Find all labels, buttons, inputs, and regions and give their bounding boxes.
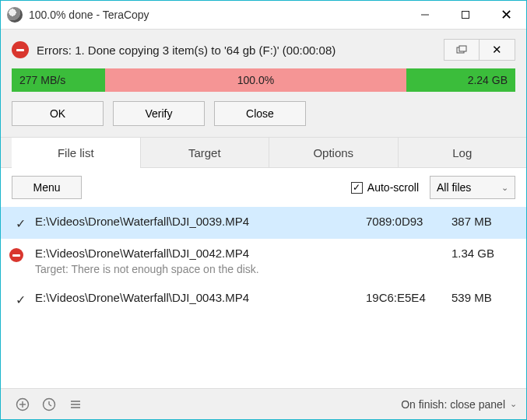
file-path: E:\Videos\Drone\Waterfall\DJI_0043.MP4: [35, 291, 360, 304]
file-list: E:\Videos\Drone\Waterfall\DJI_0039.MP4 7…: [1, 207, 526, 388]
ok-button[interactable]: OK: [12, 101, 104, 126]
verify-button[interactable]: Verify: [113, 101, 205, 126]
chevron-down-icon: ⌄: [501, 183, 508, 193]
file-row[interactable]: E:\Videos\Drone\Waterfall\DJI_0043.MP4 1…: [1, 283, 526, 315]
file-hash: 19C6:E5E4: [360, 291, 445, 304]
tab-filelist[interactable]: File list: [12, 138, 141, 169]
window-title: 100.0% done - TeraCopy: [29, 9, 405, 21]
progress-bar: 277 MB/s 100.0% 2.24 GB: [12, 68, 515, 92]
svg-rect-3: [459, 46, 466, 51]
app-icon: [7, 7, 23, 23]
add-button[interactable]: [10, 393, 35, 416]
chevron-down-icon: ⌄: [510, 399, 517, 409]
progress-speed: 277 MB/s: [12, 68, 105, 92]
file-row[interactable]: E:\Videos\Drone\Waterfall\DJI_0042.MP4 T…: [1, 239, 526, 283]
check-icon: [12, 291, 29, 307]
window-controls: ✕: [405, 1, 526, 29]
tab-bar: File list Target Options Log: [1, 137, 526, 168]
svg-line-9: [49, 404, 51, 406]
progress-total: 2.24 GB: [406, 68, 515, 92]
tab-options[interactable]: Options: [269, 138, 399, 168]
tab-log[interactable]: Log: [399, 138, 527, 168]
tab-spacer: [1, 138, 12, 168]
file-size: 539 MB: [445, 291, 515, 304]
filter-label: All files: [437, 181, 471, 194]
app-window: 100.0% done - TeraCopy ✕ Errors: 1. Done…: [0, 0, 527, 420]
filter-select[interactable]: All files ⌄: [430, 176, 515, 199]
titlebar: 100.0% done - TeraCopy ✕: [1, 1, 526, 29]
progress-percent: 100.0%: [105, 68, 406, 92]
file-path: E:\Videos\Drone\Waterfall\DJI_0039.MP4: [35, 215, 360, 228]
on-finish-label: On finish: close panel: [401, 398, 505, 411]
check-icon: [12, 215, 29, 231]
status-message: Errors: 1. Done copying 3 item(s) to '64…: [37, 44, 444, 57]
error-icon: [12, 41, 29, 58]
close-button[interactable]: Close: [214, 101, 306, 126]
file-size: 387 MB: [445, 215, 515, 228]
error-icon: [12, 247, 29, 262]
file-error-message: Target: There is not enough space on the…: [35, 263, 360, 275]
restore-panel-button[interactable]: [444, 39, 480, 61]
checkbox-icon: [351, 182, 363, 194]
menu-button[interactable]: Menu: [12, 176, 82, 199]
history-button[interactable]: [37, 393, 61, 416]
file-hash: 7089:0D93: [360, 215, 445, 228]
filelist-toolbar: Menu Auto-scroll All files ⌄: [1, 168, 526, 207]
action-buttons: OK Verify Close: [12, 101, 515, 126]
file-path: E:\Videos\Drone\Waterfall\DJI_0042.MP4: [35, 247, 360, 260]
close-window-button[interactable]: ✕: [486, 1, 526, 29]
tab-target[interactable]: Target: [141, 138, 270, 168]
svg-rect-1: [462, 12, 469, 19]
autoscroll-checkbox[interactable]: Auto-scroll: [351, 181, 419, 194]
status-row: Errors: 1. Done copying 3 item(s) to '64…: [12, 39, 515, 61]
autoscroll-label: Auto-scroll: [367, 181, 419, 194]
status-panel: Errors: 1. Done copying 3 item(s) to '64…: [1, 29, 526, 137]
close-icon: ✕: [501, 6, 512, 23]
maximize-button[interactable]: [445, 1, 486, 29]
list-button[interactable]: [63, 393, 88, 416]
file-row[interactable]: E:\Videos\Drone\Waterfall\DJI_0039.MP4 7…: [1, 207, 526, 239]
footer-bar: On finish: close panel ⌄: [1, 388, 526, 419]
close-panel-button[interactable]: ✕: [480, 39, 515, 61]
file-size: 1.34 GB: [445, 247, 515, 260]
on-finish-select[interactable]: On finish: close panel ⌄: [401, 398, 517, 411]
minimize-button[interactable]: [405, 1, 445, 29]
